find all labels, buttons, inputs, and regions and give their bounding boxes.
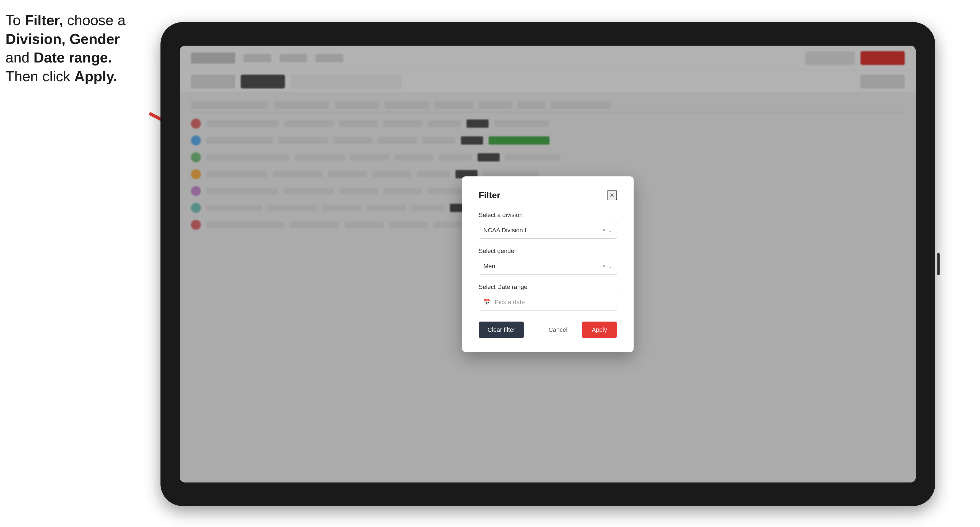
division-clear-icon[interactable]: × [602,227,605,233]
modal-footer: Clear filter Cancel Apply [479,322,617,338]
gender-select-icons: × ⌄ [602,263,612,269]
modal-header: Filter × [479,190,617,200]
modal-footer-right: Cancel Apply [539,322,617,338]
instruction-bold4: Apply. [75,68,117,84]
cancel-button[interactable]: Cancel [539,322,576,338]
modal-close-button[interactable]: × [607,190,617,200]
filter-modal: Filter × Select a division NCAA Division… [462,176,633,352]
date-label: Select Date range [479,283,617,290]
division-label: Select a division [479,211,617,219]
date-placeholder: Pick a date [495,298,525,306]
modal-title: Filter [479,190,500,200]
division-form-group: Select a division NCAA Division I × ⌄ [479,211,617,239]
close-icon: × [610,191,614,200]
instruction-line1: To Filter, choose aDivision, Genderand D… [6,12,126,84]
modal-overlay: Filter × Select a division NCAA Division… [180,46,916,483]
gender-chevron-icon: ⌄ [608,263,612,269]
apply-button[interactable]: Apply [582,322,617,338]
division-select[interactable]: NCAA Division I × ⌄ [479,222,617,239]
gender-form-group: Select gender Men × ⌄ [479,248,617,275]
instruction-bold2: Division, Gender [6,31,120,47]
tablet-screen: Filter × Select a division NCAA Division… [180,46,916,483]
gender-select[interactable]: Men × ⌄ [479,258,617,275]
gender-clear-icon[interactable]: × [602,263,605,269]
gender-label: Select gender [479,248,617,255]
instruction-bold3: Date range. [33,49,112,65]
gender-value: Men [484,263,602,270]
division-select-icons: × ⌄ [602,227,612,233]
tablet-device: Filter × Select a division NCAA Division… [161,22,935,506]
division-chevron-icon: ⌄ [608,227,612,233]
division-value: NCAA Division I [484,227,602,234]
instruction-panel: To Filter, choose aDivision, Genderand D… [6,11,161,86]
calendar-icon: 📅 [484,298,491,306]
date-input[interactable]: 📅 Pick a date [479,294,617,311]
date-form-group: Select Date range 📅 Pick a date [479,283,617,311]
clear-filter-button[interactable]: Clear filter [479,322,524,338]
tablet-power-button [937,253,940,275]
